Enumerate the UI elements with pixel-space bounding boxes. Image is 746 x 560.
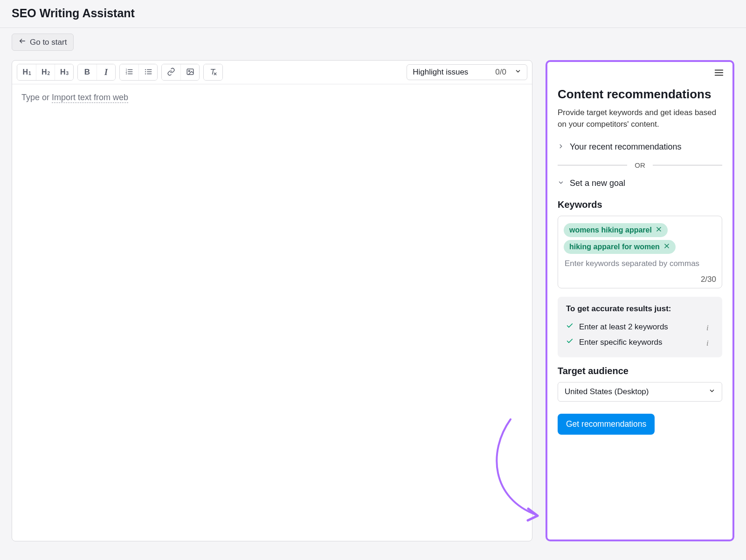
- new-goal-label: Set a new goal: [570, 178, 625, 188]
- heading3-button[interactable]: H3: [55, 64, 73, 80]
- hint-row: Enter at least 2 keywords i: [566, 319, 714, 335]
- highlight-label: Highlight issues: [413, 68, 468, 77]
- editor-toolbar: H1 H2 H3 B I 123: [12, 61, 532, 84]
- recent-recs-label: Your recent recommendations: [570, 142, 681, 152]
- svg-point-14: [188, 70, 190, 72]
- editor-body[interactable]: Type or Import text from web: [12, 84, 532, 541]
- keyword-chip-label: hiking apparel for women: [569, 243, 660, 251]
- audience-value: United States (Desktop): [565, 387, 649, 396]
- arrow-left-icon: [19, 37, 26, 47]
- image-button[interactable]: [180, 64, 199, 80]
- get-recommendations-button[interactable]: Get recommendations: [558, 414, 655, 435]
- go-to-start-button[interactable]: Go to start: [12, 34, 74, 51]
- heading2-button[interactable]: H2: [36, 64, 55, 80]
- hint-text: Enter at least 2 keywords: [579, 322, 668, 332]
- check-icon: [566, 322, 573, 332]
- keywords-input[interactable]: [564, 255, 716, 272]
- keyword-chip-label: womens hiking apparel: [569, 226, 652, 234]
- recent-recommendations-toggle[interactable]: Your recent recommendations: [558, 139, 722, 155]
- unordered-list-icon: [144, 68, 152, 77]
- svg-point-12: [145, 73, 145, 74]
- keyword-chip: womens hiking apparel: [564, 223, 668, 237]
- set-new-goal-toggle[interactable]: Set a new goal: [558, 176, 722, 191]
- hamburger-icon: [714, 71, 724, 79]
- ordered-list-button[interactable]: 123: [120, 64, 138, 80]
- recommendations-panel-highlight: Content recommendations Provide target k…: [546, 60, 734, 541]
- chevron-down-icon: [515, 68, 521, 77]
- import-text-link[interactable]: Import text from web: [52, 93, 128, 103]
- panel-title: Content recommendations: [558, 87, 722, 102]
- page-title: SEO Writing Assistant: [12, 7, 734, 20]
- svg-point-11: [145, 71, 145, 72]
- chevron-down-icon: [709, 387, 715, 396]
- hints-title: To get accurate results just:: [566, 304, 714, 314]
- panel-description: Provide target keywords and get ideas ba…: [558, 107, 722, 130]
- recommendations-panel: Content recommendations Provide target k…: [547, 62, 732, 540]
- chevron-right-icon: [558, 142, 564, 152]
- check-icon: [566, 337, 573, 347]
- bold-button[interactable]: B: [78, 64, 97, 80]
- hints-box: To get accurate results just: Enter at l…: [558, 297, 722, 357]
- svg-text:3: 3: [126, 72, 127, 75]
- chevron-down-icon: [558, 178, 564, 188]
- keyword-chip: hiking apparel for women: [564, 240, 676, 254]
- hint-row: Enter specific keywords i: [566, 335, 714, 350]
- go-to-start-label: Go to start: [30, 38, 67, 47]
- subbar: Go to start: [0, 28, 746, 51]
- info-icon[interactable]: i: [706, 339, 714, 346]
- remove-chip-button[interactable]: [656, 226, 662, 234]
- highlight-count: 0/0: [495, 68, 506, 77]
- heading1-button[interactable]: H1: [17, 64, 36, 80]
- link-icon: [167, 68, 175, 77]
- image-icon: [186, 68, 194, 77]
- info-icon[interactable]: i: [706, 323, 714, 331]
- keywords-count: 2/30: [564, 272, 716, 284]
- keywords-heading: Keywords: [558, 199, 722, 210]
- ordered-list-icon: 123: [125, 68, 133, 77]
- hint-text: Enter specific keywords: [579, 338, 663, 347]
- editor-placeholder-prefix: Type or: [21, 93, 52, 102]
- or-separator: OR: [558, 161, 722, 169]
- remove-chip-button[interactable]: [663, 243, 670, 251]
- link-button[interactable]: [162, 64, 180, 80]
- clear-formatting-button[interactable]: [204, 64, 222, 80]
- clear-format-icon: [209, 68, 217, 77]
- svg-point-10: [145, 69, 145, 70]
- audience-heading: Target audience: [558, 366, 722, 376]
- keywords-field[interactable]: womens hiking apparel hiking apparel for…: [558, 216, 722, 288]
- editor-panel: H1 H2 H3 B I 123: [12, 60, 532, 541]
- italic-button[interactable]: I: [97, 64, 115, 80]
- app-header: SEO Writing Assistant: [0, 0, 746, 28]
- panel-menu-button[interactable]: [714, 68, 724, 80]
- highlight-issues-select[interactable]: Highlight issues 0/0: [407, 64, 527, 80]
- unordered-list-button[interactable]: [138, 64, 157, 80]
- audience-select[interactable]: United States (Desktop): [558, 382, 722, 402]
